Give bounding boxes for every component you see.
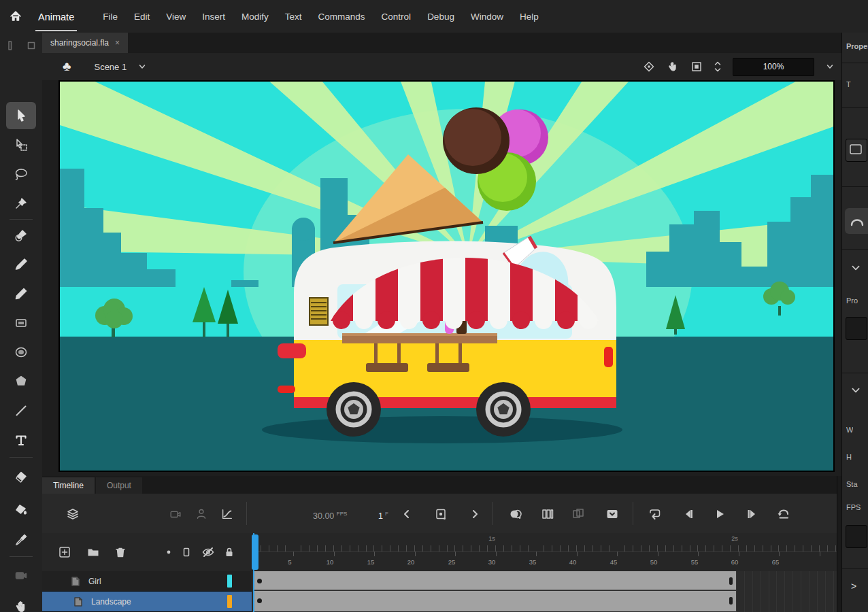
zoom-level-field[interactable]: 100%	[733, 58, 814, 76]
ruler-number: 20	[407, 558, 415, 566]
properties-arc-button[interactable]	[845, 208, 868, 234]
menu-animate[interactable]: Animate	[35, 1, 77, 31]
menu-help[interactable]: Help	[512, 12, 547, 22]
keyframe-start[interactable]	[257, 579, 262, 583]
expand-panel-chevron[interactable]: >	[851, 581, 856, 592]
tool-fluid-brush[interactable]	[6, 222, 36, 249]
layer-row-landscape[interactable]: Landscape	[42, 592, 252, 612]
scene-chevron-down-icon[interactable]	[137, 62, 147, 71]
stage[interactable]	[59, 80, 835, 472]
zoom-stepper-icon[interactable]	[714, 60, 722, 73]
show-parenting-button[interactable]	[193, 506, 210, 522]
properties-panel-sliver: Proper T Pro W H Sta FPS >	[841, 33, 868, 612]
clip-content-icon[interactable]	[690, 61, 703, 73]
properties-input-fragment[interactable]	[846, 317, 867, 340]
current-frame[interactable]: 1F	[378, 511, 388, 521]
tool-selection[interactable]	[6, 102, 36, 129]
section-chevron-down-icon[interactable]	[850, 262, 861, 273]
toolbar-edit-icon[interactable]	[27, 41, 35, 50]
section-chevron-down-icon[interactable]	[850, 385, 861, 396]
lock-column-header[interactable]	[221, 544, 237, 560]
playhead-line[interactable]	[253, 533, 254, 612]
properties-title: Proper	[846, 42, 868, 50]
menu-commands[interactable]: Commands	[310, 12, 373, 22]
document-tab[interactable]: sharingsocial.fla ×	[42, 33, 128, 53]
outline-column-header[interactable]	[178, 544, 195, 560]
line-icon	[14, 403, 29, 418]
menu-edit[interactable]: Edit	[126, 12, 158, 22]
frame-span-options-button[interactable]	[604, 506, 620, 522]
step-back-button[interactable]	[680, 506, 697, 522]
layer-row-girl[interactable]: Girl	[42, 571, 252, 592]
highlight-column-header[interactable]	[161, 544, 177, 560]
tool-eyedropper[interactable]	[6, 526, 36, 554]
panel-divider	[842, 249, 868, 250]
layer-list: Girl Landscape	[42, 571, 252, 612]
tool-lasso[interactable]	[6, 160, 36, 188]
play-button[interactable]	[712, 506, 728, 522]
tool-asset-warp[interactable]	[6, 190, 36, 217]
tab-timeline[interactable]: Timeline	[42, 477, 95, 494]
symbol-clubs-icon[interactable]: ♣	[63, 59, 71, 74]
menu-control[interactable]: Control	[373, 12, 420, 22]
home-button[interactable]	[0, 0, 31, 33]
properties-object-button[interactable]	[846, 139, 867, 162]
tool-hand[interactable]	[6, 593, 36, 612]
center-stage-icon[interactable]	[643, 61, 655, 73]
loop-playback-button[interactable]	[646, 506, 663, 522]
tool-pencil[interactable]	[6, 280, 36, 307]
tab-output[interactable]: Output	[96, 477, 142, 494]
empty-frames[interactable]	[736, 571, 837, 612]
new-layer-button[interactable]	[56, 544, 73, 560]
menu-file[interactable]: File	[95, 12, 126, 22]
keyframe-start[interactable]	[257, 598, 262, 603]
edit-multiple-frames-button[interactable]	[570, 506, 586, 522]
pasteboard[interactable]	[42, 80, 841, 476]
frame-ruler[interactable]: 1s 2s 5 10 15 20 25 30 35 40 45 50 55 60…	[252, 533, 837, 572]
visibility-column-header[interactable]	[200, 544, 216, 560]
new-folder-button[interactable]	[85, 544, 101, 560]
panel-divider	[842, 107, 868, 108]
delete-layer-button[interactable]	[112, 544, 129, 560]
frame-rate[interactable]: 30.00 FPS	[313, 511, 347, 521]
keyframe-end[interactable]	[729, 597, 733, 605]
add-camera-button[interactable]	[167, 506, 184, 522]
tool-oval[interactable]	[6, 339, 36, 366]
previous-keyframe-button[interactable]	[399, 506, 415, 522]
tool-rectangle[interactable]	[6, 309, 36, 337]
frame-grid[interactable]	[252, 571, 837, 612]
next-keyframe-button[interactable]	[467, 506, 483, 522]
scene-name[interactable]: Scene 1	[94, 62, 127, 72]
frame-span-landscape[interactable]	[253, 591, 736, 611]
zoom-chevron-down-icon[interactable]	[825, 62, 835, 71]
properties-fps-input-fragment[interactable]	[846, 525, 867, 548]
step-forward-button[interactable]	[744, 506, 760, 522]
rewind-to-start-button[interactable]	[775, 506, 792, 522]
menu-insert[interactable]: Insert	[194, 12, 233, 22]
insert-keyframe-button[interactable]	[433, 506, 449, 522]
layer-color-swatch[interactable]	[227, 575, 232, 588]
toolbar-handle-icon[interactable]	[7, 41, 14, 50]
menu-view[interactable]: View	[158, 12, 194, 22]
timeline-layers-stack-button[interactable]	[65, 506, 81, 522]
tool-paint-bucket[interactable]	[6, 496, 36, 524]
keyframe-end[interactable]	[729, 577, 733, 585]
onion-skin-outlines-button[interactable]	[539, 506, 556, 522]
menu-window[interactable]: Window	[463, 12, 512, 22]
close-tab-icon[interactable]: ×	[115, 38, 120, 48]
onion-skin-button[interactable]	[507, 506, 524, 522]
tool-subselection[interactable]	[6, 131, 36, 158]
graph-editor-button[interactable]	[219, 506, 235, 522]
frame-span-girl[interactable]	[253, 571, 736, 590]
rotate-stage-hand-icon[interactable]	[666, 60, 680, 73]
menu-text[interactable]: Text	[277, 12, 310, 22]
tool-classic-brush[interactable]	[6, 251, 36, 278]
tool-camera[interactable]	[6, 562, 36, 589]
tool-polystar[interactable]	[6, 368, 36, 395]
menu-modify[interactable]: Modify	[233, 12, 277, 22]
layer-color-swatch[interactable]	[227, 595, 232, 608]
tool-text[interactable]	[6, 426, 36, 454]
tool-eraser[interactable]	[6, 464, 36, 491]
menu-debug[interactable]: Debug	[419, 12, 463, 22]
tool-line[interactable]	[6, 397, 36, 424]
